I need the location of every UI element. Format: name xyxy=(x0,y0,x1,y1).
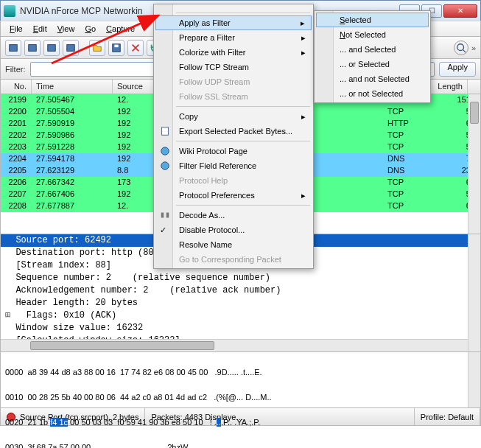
ctx-export-bytes[interactable]: Export Selected Packet Bytes... xyxy=(155,124,312,139)
ctx-follow-udp: Follow UDP Stream xyxy=(155,74,312,89)
detail-line[interactable]: Acknowledgement number: 2 (relative ack … xyxy=(1,284,480,297)
tool-open[interactable] xyxy=(89,40,105,56)
sub-and-not-selected[interactable]: ... and not Selected xyxy=(316,71,429,86)
check-icon: ✓ xyxy=(160,225,166,235)
filter-apply-button[interactable]: Apply xyxy=(439,62,476,77)
svg-rect-5 xyxy=(114,44,118,47)
svg-rect-0 xyxy=(10,44,18,51)
detail-line[interactable]: Header length: 20 bytes xyxy=(1,297,480,309)
filter-label: Filter: xyxy=(5,65,26,74)
ctx-resolve-name[interactable]: Resolve Name xyxy=(155,237,312,252)
tool-btn-4[interactable] xyxy=(63,40,79,56)
menu-go[interactable]: Go xyxy=(80,23,100,35)
decode-icon xyxy=(159,209,171,221)
detail-line[interactable]: Flags: 0x10 (ACK) xyxy=(1,309,480,322)
detail-line[interactable]: Window size value: 16232 xyxy=(1,322,480,335)
menu-view[interactable]: View xyxy=(53,23,80,35)
ctx-follow-tcp[interactable]: Follow TCP Stream xyxy=(155,60,312,74)
detail-line[interactable]: Sequence number: 2 (relative sequence nu… xyxy=(1,272,480,284)
zoom-icon[interactable] xyxy=(454,41,468,55)
svg-point-12 xyxy=(161,162,169,170)
tool-btn-1[interactable] xyxy=(5,40,21,56)
ctx-protocol-help: Protocol Help xyxy=(155,173,312,188)
sub-not-selected[interactable]: Not Selected xyxy=(316,27,429,42)
packet-bytes[interactable]: 0000 a8 39 44 d8 a3 88 00 16 17 74 82 e6… xyxy=(0,352,481,408)
sub-selected[interactable]: Selected xyxy=(316,13,429,27)
ctx-filter-ref[interactable]: Filter Field Reference xyxy=(155,158,312,173)
globe-icon xyxy=(159,160,171,172)
hex-v-scrollbar[interactable] xyxy=(468,352,480,407)
menu-edit[interactable]: Edit xyxy=(29,23,52,35)
ctx-copy[interactable]: Copy▸ xyxy=(155,109,312,124)
svg-line-9 xyxy=(463,49,466,52)
tool-btn-3[interactable] xyxy=(43,40,60,56)
menu-capture[interactable]: Capture xyxy=(102,23,139,35)
ctx-colorize[interactable]: Colorize with Filter▸ xyxy=(155,45,312,60)
list-scrollbar[interactable] xyxy=(468,94,480,234)
hex-highlight: f4 1c xyxy=(50,418,68,427)
svg-rect-2 xyxy=(48,44,56,51)
tool-btn-2[interactable] xyxy=(24,40,41,56)
ctx-follow-ssl: Follow SSL Stream xyxy=(155,89,312,104)
svg-point-8 xyxy=(457,43,464,50)
svg-rect-1 xyxy=(29,44,37,51)
sub-or-selected[interactable]: ... or Selected xyxy=(316,57,429,71)
col-time[interactable]: Time xyxy=(32,80,113,94)
export-icon xyxy=(159,125,171,137)
app-icon xyxy=(4,5,15,17)
menu-file[interactable]: File xyxy=(5,23,27,35)
svg-point-11 xyxy=(161,147,169,155)
ctx-decode-as[interactable]: Decode As... xyxy=(155,208,312,223)
ctx-prepare-filter[interactable]: Prepare a Filter▸ xyxy=(155,30,312,45)
close-button[interactable]: ✕ xyxy=(443,4,477,18)
globe-icon xyxy=(159,145,171,157)
ctx-goto-packet: Go to Corresponding Packet xyxy=(155,252,312,267)
toolbar-overflow-icon[interactable]: » xyxy=(471,43,476,52)
tool-save[interactable] xyxy=(108,40,124,56)
submenu-arrow-icon: ▸ xyxy=(301,18,305,28)
context-submenu: Selected Not Selected ... and Selected .… xyxy=(314,10,431,103)
context-menu: Apply as Filter▸ Prepare a Filter▸ Color… xyxy=(153,4,314,269)
ctx-disable-protocol[interactable]: ✓Disable Protocol... xyxy=(155,223,312,237)
ctx-wiki[interactable]: Wiki Protocol Page xyxy=(155,144,312,158)
col-source[interactable]: Source xyxy=(113,80,158,94)
details-h-scrollbar[interactable] xyxy=(1,339,468,351)
svg-rect-10 xyxy=(162,127,169,136)
details-v-scrollbar[interactable] xyxy=(468,234,480,351)
sub-or-not-selected[interactable]: ... or not Selected xyxy=(316,86,429,101)
col-no[interactable]: No. xyxy=(1,80,32,94)
ctx-protocol-prefs[interactable]: Protocol Preferences▸ xyxy=(155,188,312,203)
ctx-apply-as-filter[interactable]: Apply as Filter▸ xyxy=(155,15,312,30)
sub-and-selected[interactable]: ... and Selected xyxy=(316,42,429,57)
svg-rect-3 xyxy=(67,44,75,51)
tool-close[interactable] xyxy=(127,40,144,56)
